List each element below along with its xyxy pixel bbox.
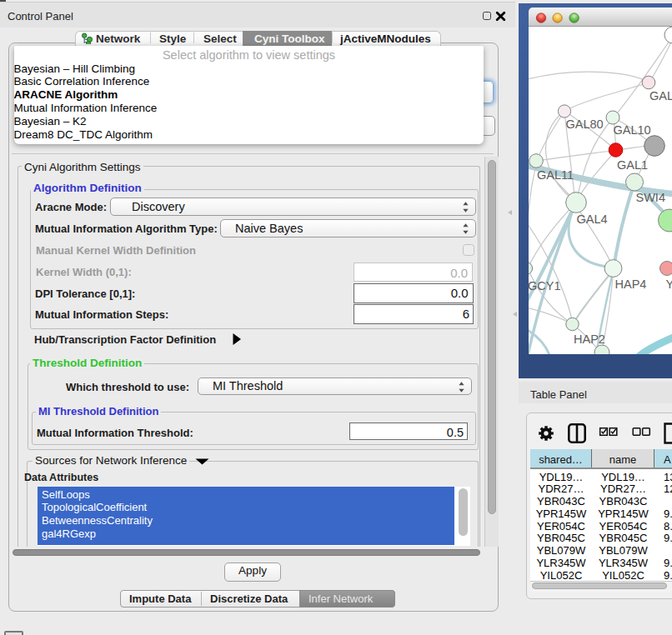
svg-text:Y: Y bbox=[666, 278, 672, 291]
svg-text:GAL11: GAL11 bbox=[537, 168, 574, 182]
svg-text:GAL80: GAL80 bbox=[566, 118, 604, 131]
svg-text:GAL4: GAL4 bbox=[577, 212, 608, 226]
svg-text:GAL10: GAL10 bbox=[614, 123, 651, 137]
svg-text:HAP4: HAP4 bbox=[615, 278, 647, 291]
svg-text:GCY1: GCY1 bbox=[529, 279, 561, 292]
svg-text:HAP2: HAP2 bbox=[574, 332, 605, 346]
svg-text:GAL8: GAL8 bbox=[649, 89, 672, 102]
svg-text:GAL1: GAL1 bbox=[617, 158, 648, 172]
svg-text:SWI4: SWI4 bbox=[636, 191, 665, 204]
